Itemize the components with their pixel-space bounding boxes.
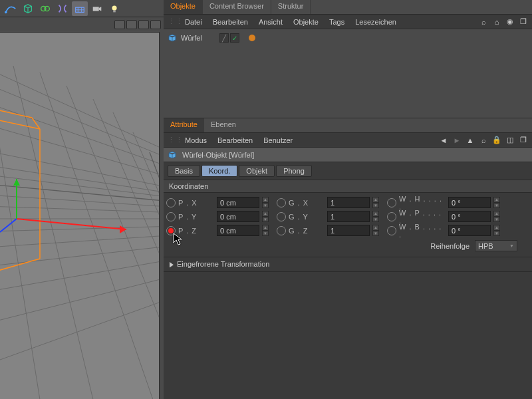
- spinner-wp[interactable]: ▲▼: [493, 211, 500, 222]
- field-gy[interactable]: 1: [327, 211, 370, 222]
- render-visibility-toggle[interactable]: ✓: [230, 33, 239, 43]
- viewport-mini-btn-2[interactable]: [126, 20, 137, 29]
- label-pz: P . Z: [178, 227, 214, 235]
- radio-px[interactable]: [166, 198, 176, 207]
- field-gz[interactable]: 1: [327, 225, 370, 236]
- attribute-header-label: Würfel-Objekt [Würfel]: [182, 151, 254, 159]
- right-panels: Objekte Content Browser Struktur ⋮⋮ Date…: [164, 0, 532, 399]
- spinner-py[interactable]: ▲▼: [262, 211, 269, 222]
- subtab-basis[interactable]: Basis: [168, 165, 200, 177]
- radio-wh[interactable]: [387, 198, 396, 207]
- radio-gx[interactable]: [277, 198, 286, 207]
- camera-tool-icon[interactable]: [89, 1, 105, 16]
- field-wp[interactable]: 0 °: [448, 211, 491, 222]
- svg-rect-7: [93, 7, 99, 11]
- svg-point-2: [45, 6, 49, 11]
- lock-icon[interactable]: 🔒: [492, 136, 501, 145]
- menu-bearbeiten[interactable]: Bearbeiten: [213, 18, 248, 26]
- environment-tool-icon[interactable]: [72, 1, 88, 16]
- spinner-gz[interactable]: ▲▼: [372, 225, 379, 236]
- object-hierarchy[interactable]: Würfel ╱ ✓: [164, 29, 532, 118]
- subtab-objekt[interactable]: Objekt: [239, 165, 275, 177]
- grip-icon[interactable]: ⋮⋮: [168, 136, 174, 144]
- reihenfolge-dropdown[interactable]: HPB ▼: [475, 240, 517, 251]
- svg-line-27: [0, 66, 40, 399]
- spinner-px[interactable]: ▲▼: [262, 197, 269, 208]
- svg-line-44: [0, 219, 17, 232]
- label-gx: G . X: [289, 199, 325, 207]
- visibility-toggles: ╱ ✓: [219, 33, 239, 43]
- svg-line-14: [0, 255, 160, 295]
- spinner-gy[interactable]: ▲▼: [372, 211, 379, 222]
- viewport-mini-btn-4[interactable]: [150, 20, 161, 29]
- search-icon[interactable]: ⌕: [479, 136, 488, 145]
- spline-tool-icon[interactable]: [3, 1, 19, 16]
- subtab-koord[interactable]: Koord.: [201, 165, 237, 177]
- generator-tool-icon[interactable]: [37, 1, 53, 16]
- object-manager-tabs: Objekte Content Browser Struktur: [164, 0, 532, 15]
- field-pz[interactable]: 0 cm: [217, 225, 259, 236]
- field-gx[interactable]: 1: [327, 197, 370, 208]
- svg-marker-43: [13, 179, 20, 186]
- deformer-tool-icon[interactable]: [55, 1, 70, 16]
- tab-ebenen[interactable]: Ebenen: [204, 118, 243, 132]
- attribute-manager-tabs: Attribute Ebenen: [164, 118, 532, 133]
- maximize-icon[interactable]: ❐: [519, 136, 528, 145]
- menu-modus[interactable]: Modus: [185, 136, 207, 144]
- object-manager-menu: ⋮⋮ Datei Bearbeiten Ansicht Objekte Tags…: [164, 15, 532, 29]
- radio-wb[interactable]: [387, 226, 396, 235]
- radio-gy[interactable]: [277, 212, 286, 221]
- nav-up-icon[interactable]: ▲: [466, 136, 475, 145]
- editor-visibility-toggle[interactable]: ╱: [219, 33, 229, 43]
- spinner-pz[interactable]: ▲▼: [262, 225, 269, 236]
- radio-py[interactable]: [166, 212, 176, 221]
- label-py: P . Y: [178, 213, 214, 221]
- tab-objekte[interactable]: Objekte: [164, 0, 203, 14]
- field-wh[interactable]: 0 °: [448, 197, 491, 208]
- main-icon-bar: [0, 0, 164, 17]
- field-py[interactable]: 0 cm: [217, 211, 259, 222]
- radio-wp[interactable]: [387, 212, 396, 221]
- maximize-icon[interactable]: ❐: [519, 17, 528, 27]
- field-px[interactable]: 0 cm: [217, 197, 259, 208]
- menu-ansicht[interactable]: Ansicht: [259, 18, 283, 26]
- 3d-viewport[interactable]: [0, 32, 160, 399]
- spinner-wh[interactable]: ▲▼: [493, 197, 500, 208]
- menu-benutzer[interactable]: Benutzer: [263, 136, 293, 144]
- hierarchy-item-wuerfel[interactable]: Würfel ╱ ✓: [168, 32, 528, 44]
- svg-line-24: [0, 172, 160, 201]
- label-px: P . X: [178, 199, 214, 207]
- light-tool-icon[interactable]: [106, 1, 122, 16]
- subtab-phong[interactable]: Phong: [276, 165, 312, 177]
- menu-bearbeiten-attr[interactable]: Bearbeiten: [217, 136, 253, 144]
- menu-objekte[interactable]: Objekte: [293, 18, 319, 26]
- tab-content-browser[interactable]: Content Browser: [203, 0, 271, 14]
- grip-icon[interactable]: ⋮⋮: [168, 17, 174, 26]
- phong-tag-icon[interactable]: [249, 35, 255, 41]
- eye-icon[interactable]: ◉: [505, 17, 515, 27]
- viewport-mini-btn-1[interactable]: [114, 20, 125, 29]
- cube-icon: [168, 150, 177, 160]
- nav-fwd-icon[interactable]: ►: [452, 136, 462, 145]
- label-gy: G . Y: [289, 213, 325, 221]
- radio-pz[interactable]: [166, 226, 176, 235]
- cube-object[interactable]: [0, 109, 40, 272]
- menu-lesezeichen[interactable]: Lesezeichen: [355, 18, 396, 26]
- cube-tool-icon[interactable]: [20, 1, 36, 16]
- svg-line-17: [0, 205, 160, 213]
- expander-frozen-transform[interactable]: ▶Eingefrorene Transformation: [164, 257, 532, 272]
- viewport-mini-btn-3[interactable]: [138, 20, 149, 29]
- radio-gz[interactable]: [277, 226, 286, 235]
- field-wb[interactable]: 0 °: [448, 225, 491, 236]
- spinner-gx[interactable]: ▲▼: [372, 197, 379, 208]
- svg-line-26: [0, 147, 160, 194]
- menu-tags[interactable]: Tags: [329, 18, 344, 26]
- tab-attribute[interactable]: Attribute: [164, 118, 204, 132]
- menu-datei[interactable]: Datei: [185, 18, 202, 26]
- tab-struktur[interactable]: Struktur: [271, 0, 311, 14]
- spinner-wb[interactable]: ▲▼: [493, 225, 500, 236]
- home-icon[interactable]: ⌂: [492, 17, 501, 27]
- search-icon[interactable]: ⌕: [479, 17, 488, 27]
- nav-back-icon[interactable]: ◄: [439, 136, 448, 145]
- new-window-icon[interactable]: ◫: [505, 136, 515, 145]
